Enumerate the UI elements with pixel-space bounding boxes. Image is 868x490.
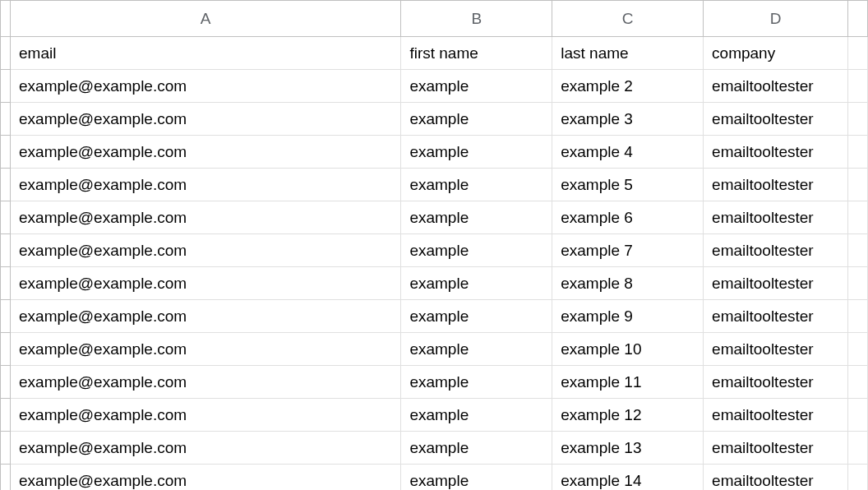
cell-empty[interactable] — [847, 366, 867, 399]
cell-last-name[interactable]: example 3 — [552, 103, 704, 136]
cell-empty[interactable] — [847, 169, 867, 201]
cell-first-name[interactable]: example — [401, 333, 552, 366]
cell-empty[interactable] — [847, 234, 867, 267]
table-row: example@example.com example example 12 e… — [1, 399, 868, 432]
cell-last-name[interactable]: example 10 — [552, 333, 704, 366]
column-header-b[interactable]: B — [401, 1, 552, 37]
cell-last-name[interactable]: example 5 — [552, 169, 704, 201]
cell-header-empty[interactable] — [847, 37, 867, 70]
cell-email[interactable]: example@example.com — [11, 136, 401, 169]
table-row: example@example.com example example 4 em… — [1, 136, 868, 169]
row-number[interactable] — [1, 70, 11, 103]
column-header-row: A B C D — [1, 1, 868, 37]
cell-first-name[interactable]: example — [401, 169, 552, 201]
cell-company[interactable]: emailtooltester — [704, 465, 848, 491]
cell-email[interactable]: example@example.com — [11, 333, 401, 366]
cell-last-name[interactable]: example 2 — [552, 70, 704, 103]
column-header-a[interactable]: A — [11, 1, 401, 37]
cell-last-name[interactable]: example 14 — [552, 465, 704, 491]
cell-last-name[interactable]: example 6 — [552, 201, 704, 234]
table-row: example@example.com example example 5 em… — [1, 169, 868, 201]
table-row: example@example.com example example 10 e… — [1, 333, 868, 366]
row-number[interactable] — [1, 234, 11, 267]
cell-first-name[interactable]: example — [401, 201, 552, 234]
cell-first-name[interactable]: example — [401, 267, 552, 300]
spreadsheet: A B C D email first name last name compa… — [0, 0, 868, 490]
cell-email[interactable]: example@example.com — [11, 201, 401, 234]
cell-email[interactable]: example@example.com — [11, 432, 401, 465]
cell-email[interactable]: example@example.com — [11, 70, 401, 103]
cell-company[interactable]: emailtooltester — [704, 399, 848, 432]
row-number[interactable] — [1, 136, 11, 169]
cell-email[interactable]: example@example.com — [11, 366, 401, 399]
cell-email[interactable]: example@example.com — [11, 169, 401, 201]
row-number[interactable] — [1, 399, 11, 432]
cell-company[interactable]: emailtooltester — [704, 432, 848, 465]
cell-email[interactable]: example@example.com — [11, 103, 401, 136]
cell-company[interactable]: emailtooltester — [704, 201, 848, 234]
cell-company[interactable]: emailtooltester — [704, 136, 848, 169]
cell-empty[interactable] — [847, 103, 867, 136]
cell-first-name[interactable]: example — [401, 300, 552, 333]
cell-first-name[interactable]: example — [401, 366, 552, 399]
cell-header-company[interactable]: company — [704, 37, 848, 70]
cell-empty[interactable] — [847, 300, 867, 333]
row-number[interactable] — [1, 267, 11, 300]
cell-company[interactable]: emailtooltester — [704, 366, 848, 399]
cell-email[interactable]: example@example.com — [11, 234, 401, 267]
cell-last-name[interactable]: example 13 — [552, 432, 704, 465]
cell-first-name[interactable]: example — [401, 103, 552, 136]
table-row: example@example.com example example 8 em… — [1, 267, 868, 300]
cell-email[interactable]: example@example.com — [11, 300, 401, 333]
cell-empty[interactable] — [847, 201, 867, 234]
cell-empty[interactable] — [847, 267, 867, 300]
table-row: example@example.com example example 6 em… — [1, 201, 868, 234]
cell-last-name[interactable]: example 9 — [552, 300, 704, 333]
cell-company[interactable]: emailtooltester — [704, 70, 848, 103]
cell-last-name[interactable]: example 12 — [552, 399, 704, 432]
cell-header-email[interactable]: email — [11, 37, 401, 70]
cell-email[interactable]: example@example.com — [11, 267, 401, 300]
cell-company[interactable]: emailtooltester — [704, 169, 848, 201]
cell-empty[interactable] — [847, 70, 867, 103]
cell-company[interactable]: emailtooltester — [704, 267, 848, 300]
cell-company[interactable]: emailtooltester — [704, 300, 848, 333]
cell-header-last-name[interactable]: last name — [552, 37, 704, 70]
row-number[interactable] — [1, 103, 11, 136]
cell-company[interactable]: emailtooltester — [704, 234, 848, 267]
table-row: example@example.com example example 11 e… — [1, 366, 868, 399]
column-header-c[interactable]: C — [552, 1, 704, 37]
row-number[interactable] — [1, 201, 11, 234]
cell-first-name[interactable]: example — [401, 234, 552, 267]
cell-first-name[interactable]: example — [401, 136, 552, 169]
row-number[interactable] — [1, 432, 11, 465]
table-row: example@example.com example example 9 em… — [1, 300, 868, 333]
row-number[interactable] — [1, 300, 11, 333]
column-header-e[interactable] — [847, 1, 867, 37]
row-number[interactable] — [1, 465, 11, 491]
row-number[interactable] — [1, 366, 11, 399]
row-number[interactable] — [1, 333, 11, 366]
cell-last-name[interactable]: example 8 — [552, 267, 704, 300]
cell-empty[interactable] — [847, 465, 867, 491]
cell-first-name[interactable]: example — [401, 70, 552, 103]
cell-first-name[interactable]: example — [401, 399, 552, 432]
select-all-corner[interactable] — [1, 1, 11, 37]
cell-email[interactable]: example@example.com — [11, 465, 401, 491]
cell-empty[interactable] — [847, 136, 867, 169]
row-number[interactable] — [1, 169, 11, 201]
row-number-header[interactable] — [1, 37, 11, 70]
cell-last-name[interactable]: example 11 — [552, 366, 704, 399]
cell-company[interactable]: emailtooltester — [704, 333, 848, 366]
cell-company[interactable]: emailtooltester — [704, 103, 848, 136]
column-header-d[interactable]: D — [704, 1, 848, 37]
cell-email[interactable]: example@example.com — [11, 399, 401, 432]
cell-first-name[interactable]: example — [401, 432, 552, 465]
cell-last-name[interactable]: example 4 — [552, 136, 704, 169]
cell-empty[interactable] — [847, 399, 867, 432]
cell-empty[interactable] — [847, 333, 867, 366]
cell-empty[interactable] — [847, 432, 867, 465]
cell-last-name[interactable]: example 7 — [552, 234, 704, 267]
cell-first-name[interactable]: example — [401, 465, 552, 491]
cell-header-first-name[interactable]: first name — [401, 37, 552, 70]
